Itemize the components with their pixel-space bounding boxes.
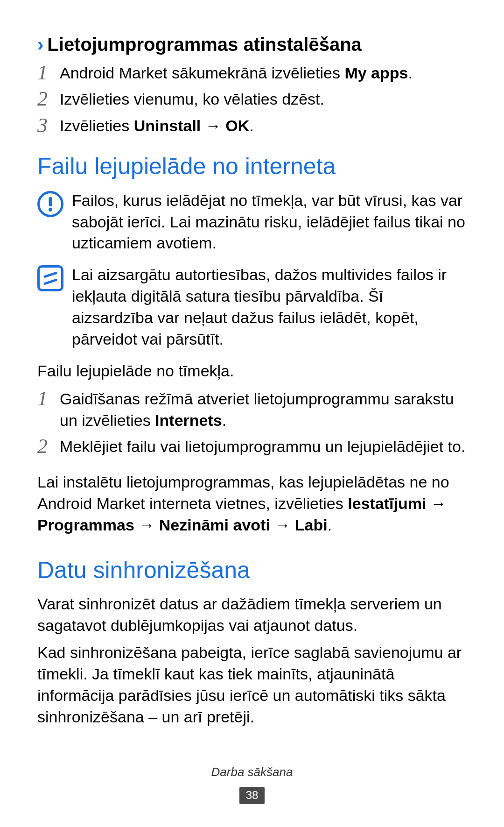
step-text: Android Market sākumekrānā izvēlieties M… [60,62,467,84]
chevron-right-icon: › [37,32,43,57]
heading-sync: Datu sinhronizēšana [37,555,467,587]
page-footer: Darba sākšana 38 [0,764,504,805]
list-item: 3 Izvēlieties Uninstall → OK. [37,114,467,137]
warning-icon [37,191,63,217]
note-text: Lai aizsargātu autortiesības, dažos mult… [72,264,467,350]
list-item: 2 Meklējiet failu vai lietojumprogrammu … [37,435,467,458]
sync-paragraph-1: Varat sinhronizēt datus ar dažādiem tīme… [37,594,467,636]
step-number: 3 [37,114,60,137]
step-number: 1 [37,388,60,410]
footer-title: Darba sākšana [0,764,504,780]
note-icon [37,265,63,291]
warning-text: Failos, kurus ielādējat no tīmekļa, var … [72,190,467,254]
warning-callout: Failos, kurus ielādējat no tīmekļa, var … [37,190,467,254]
manual-page: › Lietojumprogrammas atinstalēšana 1 And… [0,0,504,827]
list-item: 2 Izvēlieties vienumu, ko vēlaties dzēst… [37,88,467,110]
install-note: Lai instalētu lietojumprogrammas, kas le… [37,472,467,536]
step-number: 2 [37,88,60,110]
list-item: 1 Gaidīšanas režīmā atveriet lietojumpro… [37,388,467,431]
subheading-uninstall: › Lietojumprogrammas atinstalēšana [37,32,467,57]
step-text: Meklējiet failu vai lietojumprogrammu un… [60,435,467,458]
step-text: Izvēlieties vienumu, ko vēlaties dzēst. [60,88,467,110]
bold-text: My apps [344,64,408,82]
step-number: 2 [37,435,60,458]
step-text: Gaidīšanas režīmā atveriet lietojumprogr… [60,388,467,431]
sync-paragraph-2: Kad sinhronizēšana pabeigta, ierīce sagl… [37,642,467,728]
subheading-text: Lietojumprogrammas atinstalēšana [47,32,362,57]
list-item: 1 Android Market sākumekrānā izvēlieties… [37,62,467,84]
step-text: Izvēlieties Uninstall → OK. [60,114,467,137]
bold-text: Uninstall → OK [134,117,249,134]
bold-text: Internets [155,411,222,429]
download-steps: 1 Gaidīšanas režīmā atveriet lietojumpro… [37,388,467,458]
heading-download: Failu lejupielāde no interneta [37,151,467,183]
download-intro: Failu lejupielāde no tīmekļa. [37,360,467,382]
note-callout: Lai aizsargātu autortiesības, dažos mult… [37,264,467,350]
page-number: 38 [239,787,265,804]
uninstall-steps: 1 Android Market sākumekrānā izvēlieties… [37,62,467,137]
step-number: 1 [37,62,60,84]
